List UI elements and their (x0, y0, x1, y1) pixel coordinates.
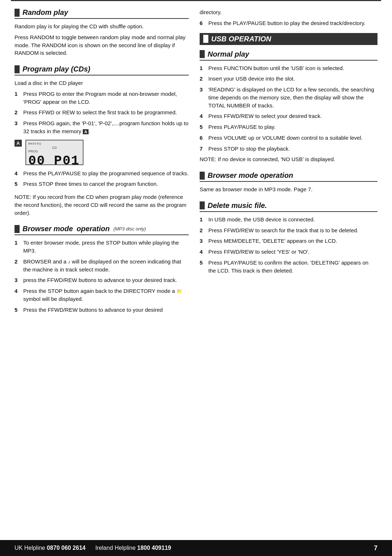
usb-operation-header: USB OPERATION (200, 33, 377, 45)
normal-play-list: 1 Press FUNCTION button until the 'USB' … (200, 64, 377, 153)
step-text: 'READING' is displayed on the LCD for a … (208, 86, 377, 109)
ireland-label: Ireland Helpline (95, 545, 135, 551)
step-text: Press PROG again, the 'P-01', 'P-02',...… (23, 119, 189, 135)
step-num: 6 (200, 134, 205, 142)
list-item: 3 press the FFWD/REW buttons to advance … (15, 276, 189, 284)
step-num: 6 (200, 19, 205, 27)
browser-mode-mp3-block (15, 225, 20, 233)
footer-bar: UK Helpline 0870 060 2614 Ireland Helpli… (0, 540, 392, 556)
random-play-section: Random play Random play is for playing t… (15, 8, 189, 57)
browser-mode-usb-header: Browser mode operation (200, 171, 377, 182)
delete-music-title: Delete music file. (208, 201, 267, 210)
browser-mode-usb-title: Browser mode operation (208, 171, 293, 180)
step6-right-list: 6 Press the PLAY/PAUSE button to play th… (200, 19, 377, 27)
random-play-para2: Press RANDOM to toggle between random pl… (15, 33, 189, 57)
step-num: 2 (15, 109, 20, 116)
random-play-header-block (15, 9, 20, 17)
lcd-container: A BASS EQ CD PROG 00 P01 (15, 140, 189, 165)
browser-mode-mp3-header: Browser mode operation (MP3 disc only) (15, 225, 189, 235)
list-item: 4 Press the PLAY/PAUSE to play the progr… (15, 169, 189, 177)
list-item: 1 In USB mode, the USB device is connect… (200, 216, 377, 224)
step-num: 7 (200, 145, 205, 153)
step-num: 2 (15, 258, 20, 274)
mp3-note: (MP3 disc only) (113, 226, 146, 232)
program-play-content: 1 Press PROG to enter the Program mode a… (15, 90, 189, 191)
list-item: 4 Press the STOP button again back to th… (15, 287, 189, 303)
random-play-header: Random play (15, 8, 189, 19)
step-text: Press PLAY/PAUSE to confirm the action. … (208, 259, 377, 275)
step-num: 5 (15, 180, 20, 188)
list-item: 1 Press PROG to enter the Program mode a… (15, 90, 189, 106)
lcd-prog: PROG (28, 150, 81, 153)
ireland-number: 1800 409119 (137, 545, 171, 551)
music-note-icon: ♪ (68, 259, 70, 266)
delete-music-list: 1 In USB mode, the USB device is connect… (200, 216, 377, 275)
list-item: 5 Press PLAY/PAUSE to play. (200, 123, 377, 131)
step-text: In USB mode, the USB device is connected… (208, 216, 315, 224)
list-item: 1 To enter browser mode, press the STOP … (15, 239, 189, 255)
delete-music-section: Delete music file. 1 In USB mode, the US… (200, 201, 377, 275)
step-num: 3 (15, 119, 20, 135)
right-column: directory. 6 Press the PLAY/PAUSE button… (200, 8, 377, 322)
step-text: Press STOP three times to cancel the pro… (23, 180, 158, 188)
browser-mode-mp3-title: Browser mode (23, 225, 73, 233)
list-item: 2 Press FFWD/REW to search for the track… (200, 226, 377, 234)
browser-mode-usb-section: Browser mode operation Same as browser m… (200, 171, 377, 193)
normal-play-section: Normal play 1 Press FUNCTION button unti… (200, 50, 377, 164)
step-text: Press FFWD/REW to select 'YES' or 'NO'. (208, 248, 310, 256)
step-text: To enter browser mode, press the STOP bu… (23, 239, 189, 255)
uk-label: UK Helpline (15, 545, 45, 551)
step-text: Press STOP to stop the playback. (208, 145, 290, 153)
lcd-display: BASS EQ CD PROG 00 P01 (25, 140, 83, 165)
step-num: 1 (200, 216, 205, 224)
step-text: Press the FFWD/REW buttons to advance to… (23, 306, 163, 314)
step-num: 4 (200, 112, 205, 120)
step-text: Press the PLAY/PAUSE to play the program… (23, 169, 189, 177)
normal-play-note: NOTE: If no device is connected, 'NO USB… (200, 155, 377, 163)
normal-play-title: Normal play (208, 50, 249, 58)
step-num: 3 (200, 86, 205, 109)
lcd-a-label: A (15, 140, 22, 147)
list-item: 7 Press STOP to stop the playback. (200, 145, 377, 153)
program-play-note: NOTE: If you record from the CD when pro… (15, 193, 189, 217)
step-num: 5 (200, 259, 205, 275)
step-num: 5 (200, 123, 205, 131)
list-item: 3 'READING' is displayed on the LCD for … (200, 86, 377, 109)
step-text: Press PROG to enter the Program mode at … (23, 90, 189, 106)
step-num: 4 (15, 287, 20, 303)
list-item: 5 Press the FFWD/REW buttons to advance … (15, 306, 189, 314)
list-item: 1 Press FUNCTION button until the 'USB' … (200, 64, 377, 72)
bass-label: BASS EQ (28, 142, 41, 145)
step-text: Press VOLUME up or VOLUME down control t… (208, 134, 363, 142)
page-number: 7 (374, 544, 377, 552)
program-play-header: Program play (CDs) (15, 65, 189, 75)
step-num: 2 (200, 75, 205, 83)
step-num: 5 (15, 306, 20, 314)
step-text: Press FFWD or REW to select the first tr… (23, 109, 177, 116)
list-item: 2 BROWSER and a ♪ will be displayed on t… (15, 258, 189, 274)
uk-helpline: UK Helpline 0870 060 2614 Ireland Helpli… (15, 545, 171, 551)
step-num: 1 (15, 239, 20, 255)
lcd-indicators: BASS EQ (28, 142, 41, 145)
folder-icon: 📁 (176, 288, 182, 295)
program-play-list: 1 Press PROG to enter the Program mode a… (15, 90, 189, 135)
list-item: 6 Press VOLUME up or VOLUME down control… (200, 134, 377, 142)
step-num: 1 (200, 64, 205, 72)
random-play-title: Random play (23, 8, 68, 17)
step-text: Press MEM/DELETE, 'DELETE' appears on th… (208, 237, 337, 245)
list-item: 4 Press FFWD/REW to select 'YES' or 'NO'… (200, 248, 377, 256)
step-num: 1 (15, 90, 20, 106)
step-text: Press PLAY/PAUSE to play. (208, 123, 275, 131)
step-num: 3 (200, 237, 205, 245)
browser-mode-usb-block (200, 172, 205, 180)
step-text: Press FFWD/REW to select your desired tr… (208, 112, 322, 120)
browser-mode-mp3-title2: operation (77, 225, 110, 233)
list-item: 4 Press FFWD/REW to select your desired … (200, 112, 377, 120)
step-num: 4 (15, 169, 20, 177)
list-item: 2 Press FFWD or REW to select the first … (15, 109, 189, 116)
page-container: Random play Random play is for playing t… (0, 1, 392, 351)
program-play-title: Program play (CDs) (23, 65, 90, 73)
normal-play-header: Normal play (200, 50, 377, 61)
step-text: BROWSER and a ♪ will be displayed on the… (23, 258, 189, 274)
step-num: 2 (200, 226, 205, 234)
